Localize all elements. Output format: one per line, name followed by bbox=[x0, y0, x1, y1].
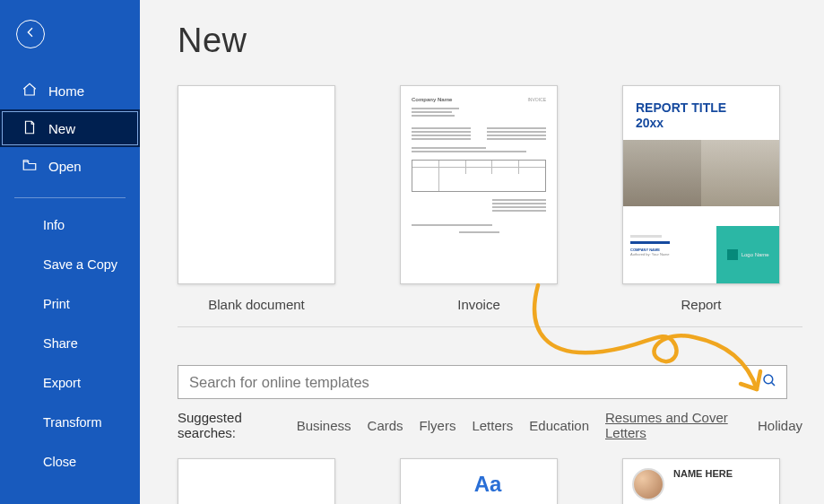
sidebar-item-label: Open bbox=[48, 159, 82, 174]
sidebar-item-transform[interactable]: Transform bbox=[0, 403, 140, 442]
home-icon bbox=[22, 82, 38, 100]
template-report[interactable]: REPORT TITLE 20xx COMPANY NAME Authored … bbox=[622, 85, 780, 312]
sidebar-item-export[interactable]: Export bbox=[0, 363, 140, 403]
template-label: Report bbox=[622, 297, 780, 312]
sidebar-item-home[interactable]: Home bbox=[0, 72, 140, 109]
suggested-link-holiday[interactable]: Holiday bbox=[758, 418, 802, 433]
template-row-2: Aa NAME HERE bbox=[178, 458, 802, 504]
sidebar-item-info[interactable]: Info bbox=[0, 205, 140, 245]
suggested-label: Suggested searches: bbox=[178, 410, 281, 440]
thumb-text: 20xx bbox=[636, 116, 664, 130]
suggested-link-business[interactable]: Business bbox=[297, 418, 351, 433]
thumb-text: INVOICE bbox=[527, 97, 546, 102]
template-thumbnail bbox=[178, 85, 335, 284]
template-search-box[interactable] bbox=[178, 365, 787, 399]
template-thumbnail: Company Name INVOICE bbox=[400, 85, 558, 284]
back-button[interactable] bbox=[16, 20, 45, 48]
thumb-text: Aa bbox=[401, 459, 557, 497]
sidebar-item-open[interactable]: Open bbox=[0, 147, 140, 185]
thumb-text: REPORT TITLE bbox=[636, 100, 726, 115]
template-card-partial[interactable]: Aa bbox=[400, 458, 558, 504]
suggested-link-cards[interactable]: Cards bbox=[368, 418, 403, 433]
suggested-searches: Suggested searches: Business Cards Flyer… bbox=[178, 410, 802, 440]
svg-point-0 bbox=[764, 375, 773, 384]
avatar-icon bbox=[632, 468, 664, 500]
template-label: Invoice bbox=[400, 297, 558, 312]
suggested-link-resumes[interactable]: Resumes and Cover Letters bbox=[605, 410, 742, 440]
suggested-link-education[interactable]: Education bbox=[529, 418, 589, 433]
template-card-partial[interactable]: NAME HERE bbox=[622, 458, 780, 504]
page-title: New bbox=[178, 22, 802, 60]
sidebar-item-label: Home bbox=[48, 83, 84, 99]
folder-open-icon bbox=[22, 157, 38, 176]
sidebar-menu-label: Print bbox=[43, 297, 70, 311]
template-thumbnail: Aa bbox=[400, 458, 558, 504]
thumb-text: NAME HERE bbox=[673, 468, 733, 504]
sidebar-item-new[interactable]: New bbox=[0, 109, 140, 147]
sidebar-item-close[interactable]: Close bbox=[0, 442, 140, 482]
document-icon bbox=[22, 119, 38, 138]
template-invoice[interactable]: Company Name INVOICE bbox=[400, 85, 558, 312]
search-input[interactable] bbox=[189, 374, 761, 391]
thumb-text: Company Name bbox=[412, 97, 452, 102]
sidebar-menu-label: Share bbox=[43, 336, 78, 351]
template-thumbnail bbox=[178, 458, 335, 504]
sidebar-item-share[interactable]: Share bbox=[0, 324, 140, 363]
sidebar-item-savecopy[interactable]: Save a Copy bbox=[0, 245, 140, 284]
suggested-link-letters[interactable]: Letters bbox=[472, 418, 513, 433]
thumb-text: Authored by: Your Name bbox=[630, 252, 709, 256]
template-row: Blank document Company Name INVOICE bbox=[178, 85, 802, 327]
template-label: Blank document bbox=[178, 297, 335, 312]
template-thumbnail: NAME HERE bbox=[622, 458, 780, 504]
sidebar-menu-label: Transform bbox=[43, 415, 102, 430]
sidebar-menu-label: Export bbox=[43, 376, 81, 390]
template-thumbnail: REPORT TITLE 20xx COMPANY NAME Authored … bbox=[622, 85, 780, 284]
sidebar-item-label: New bbox=[48, 121, 75, 136]
sidebar-menu-label: Info bbox=[43, 218, 65, 232]
arrow-left-icon bbox=[23, 25, 38, 43]
template-card-partial[interactable] bbox=[178, 458, 335, 504]
sidebar-item-print[interactable]: Print bbox=[0, 284, 140, 324]
sidebar-divider bbox=[14, 197, 126, 198]
search-icon[interactable] bbox=[761, 372, 777, 392]
template-blank-document[interactable]: Blank document bbox=[178, 85, 335, 312]
main-panel: New Blank document Company Name INVOICE bbox=[140, 0, 824, 504]
thumb-text: Logo Name bbox=[742, 252, 769, 257]
sidebar-menu-label: Close bbox=[43, 455, 76, 469]
suggested-link-flyers[interactable]: Flyers bbox=[420, 418, 456, 433]
backstage-sidebar: Home New Open Info Save a Copy Print Sha… bbox=[0, 0, 140, 504]
sidebar-menu-label: Save a Copy bbox=[43, 257, 117, 272]
